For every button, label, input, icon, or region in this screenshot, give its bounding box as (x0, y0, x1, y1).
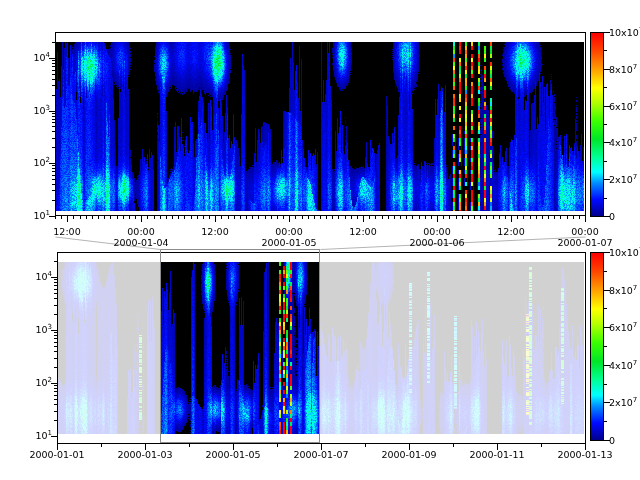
colorbar-tick-label: 8x107 (609, 285, 640, 296)
colorbar-minor-tick (603, 271, 607, 272)
x-major-tick (289, 216, 290, 222)
x-minor-tick (258, 216, 259, 219)
x-minor-tick (406, 216, 407, 219)
x-minor-tick (203, 216, 204, 219)
x-minor-tick (314, 216, 315, 219)
x-minor-tick (332, 216, 333, 219)
x-minor-tick (505, 216, 506, 219)
x-tick-label: 00:00 (269, 226, 309, 237)
y-minor-tick (54, 385, 57, 386)
x-minor-tick (480, 216, 481, 219)
y-minor-tick (54, 420, 57, 421)
y-minor-tick (54, 305, 57, 306)
y-minor-tick (52, 85, 55, 86)
x-minor-tick (277, 216, 278, 219)
x-minor-tick (191, 216, 192, 219)
x-minor-tick (209, 216, 210, 219)
x-tick-label: 00:00 (121, 226, 161, 237)
x-minor-tick (178, 216, 179, 219)
y-tick-label: 101 (16, 210, 50, 221)
y-minor-tick (54, 298, 57, 299)
x-minor-tick (419, 216, 420, 219)
zoom-selection-rect[interactable] (160, 249, 320, 443)
colorbar-tick-label-main: 4x10 (609, 137, 633, 148)
y-minor-tick (54, 338, 57, 339)
x-tick-label: 00:00 (565, 226, 605, 237)
y-minor-tick (54, 395, 57, 396)
x-minor-tick (320, 216, 321, 219)
colorbar-tick-label-main: 0 (609, 211, 615, 222)
y-tick-label-main: 10 (35, 430, 47, 441)
y-tick-label-main: 10 (35, 377, 47, 388)
colorbar-minor-tick (603, 308, 607, 309)
x-minor-tick (493, 216, 494, 219)
colorbar-tick-label-main: 10x10 (609, 27, 639, 38)
x-minor-tick (388, 216, 389, 219)
x-minor-tick (453, 444, 454, 447)
y-minor-tick (54, 293, 57, 294)
dimmed-region-left (58, 262, 160, 434)
x-minor-tick (375, 216, 376, 219)
x-minor-tick (283, 216, 284, 219)
colorbar-tick-label: 8x107 (609, 64, 640, 75)
y-minor-tick (54, 399, 57, 400)
x-tick-label: 12:00 (47, 226, 87, 237)
x-minor-tick (110, 216, 111, 219)
y-tick-label-exp: 1 (48, 429, 52, 437)
x-minor-tick (277, 444, 278, 447)
y-tick-label-main: 10 (35, 324, 47, 335)
colorbar-tick-label-main: 8x10 (609, 64, 633, 75)
y-tick-label: 102 (18, 377, 52, 388)
y-minor-tick (54, 404, 57, 405)
y-minor-tick (52, 200, 55, 201)
x-minor-tick (338, 216, 339, 219)
x-date-label: 2000-01-03 (113, 449, 177, 460)
y-minor-tick (52, 66, 55, 67)
x-major-tick (141, 216, 142, 222)
y-minor-tick (52, 131, 55, 132)
colorbar-tick-label-exp: 7 (633, 173, 637, 181)
x-minor-tick (86, 216, 87, 219)
x-minor-tick (135, 216, 136, 219)
colorbar-tick-label: 10x107 (609, 247, 640, 258)
colorbar-tick-label-exp: 7 (633, 284, 637, 292)
x-minor-tick (541, 444, 542, 447)
x-minor-tick (302, 216, 303, 219)
colorbar-tick-label-exp: 7 (633, 136, 637, 144)
y-minor-tick (54, 367, 57, 368)
x-minor-tick (517, 216, 518, 219)
x-minor-tick (197, 216, 198, 219)
y-minor-tick (54, 342, 57, 343)
x-minor-tick (154, 216, 155, 219)
x-minor-tick (548, 216, 549, 219)
x-date-label: 2000-01-11 (465, 449, 529, 460)
detail-plot-frame (55, 32, 586, 216)
x-minor-tick (345, 216, 346, 219)
x-minor-tick (357, 216, 358, 219)
x-major-tick (67, 216, 68, 222)
x-date-label: 2000-01-01 (25, 449, 89, 460)
y-minor-tick (52, 184, 55, 185)
x-major-tick (511, 216, 512, 222)
y-tick-label: 103 (18, 324, 52, 335)
x-minor-tick (228, 216, 229, 219)
colorbar-tick-label-main: 0 (609, 435, 615, 446)
x-minor-tick (326, 216, 327, 219)
colorbar-tick-label: 0 (609, 435, 640, 446)
colorbar-tick-label-exp: 7 (633, 396, 637, 404)
x-minor-tick (382, 216, 383, 219)
x-date-label: 2000-01-06 (405, 237, 469, 248)
x-minor-tick (265, 216, 266, 219)
colorbar-tick-label: 6x107 (609, 322, 640, 333)
y-minor-tick (54, 411, 57, 412)
x-minor-tick (351, 216, 352, 219)
colorbar-tick-label-main: 6x10 (609, 101, 633, 112)
y-minor-tick (54, 388, 57, 389)
colorbar-tick-label: 2x107 (609, 174, 640, 185)
x-minor-tick (61, 216, 62, 219)
y-minor-tick (52, 179, 55, 180)
y-minor-tick (52, 70, 55, 71)
x-minor-tick (560, 216, 561, 219)
x-minor-tick (246, 216, 247, 219)
x-date-label: 2000-01-05 (201, 449, 265, 460)
